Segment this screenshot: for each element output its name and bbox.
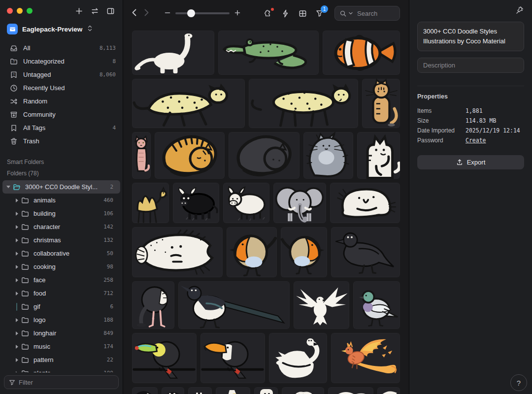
layout-button[interactable] bbox=[297, 7, 308, 19]
disclosure-down-icon[interactable] bbox=[5, 186, 12, 188]
disclosure-right-icon[interactable] bbox=[13, 212, 20, 216]
folder-item-cooking[interactable]: cooking98 bbox=[2, 260, 120, 273]
disclosure-right-icon[interactable] bbox=[13, 292, 20, 296]
library-selector[interactable]: Eaglepack-Preview bbox=[0, 22, 123, 36]
sidebar-item-community[interactable]: Community bbox=[0, 108, 123, 121]
disclosure-right-icon[interactable] bbox=[13, 371, 20, 373]
thumbnail-camel[interactable] bbox=[132, 183, 169, 223]
sidebar-item-random[interactable]: Random bbox=[0, 95, 123, 108]
thumbnail-elephant[interactable] bbox=[273, 183, 326, 223]
actions-zap-button[interactable] bbox=[279, 7, 291, 19]
disclosure-right-icon[interactable] bbox=[13, 238, 20, 242]
thumbnail-phoenix[interactable] bbox=[331, 333, 400, 383]
thumbnail-toucan-orange-beak[interactable] bbox=[200, 333, 265, 383]
add-button[interactable] bbox=[73, 5, 84, 16]
thumbnail-bird-partial-2[interactable] bbox=[162, 387, 184, 394]
folder-title-field[interactable]: 3000+ CC0 Doodle Styles Illustrations by… bbox=[417, 22, 524, 51]
disclosure-right-icon[interactable] bbox=[13, 225, 20, 229]
sort-swap-icon[interactable] bbox=[89, 5, 100, 16]
thumbnail-blobfish[interactable] bbox=[330, 183, 400, 223]
folder-item-gif[interactable]: gif6 bbox=[2, 300, 120, 313]
thumbnail-bird-partial-5[interactable] bbox=[254, 387, 278, 394]
folder-item-animals[interactable]: animals460 bbox=[2, 194, 120, 207]
thumbnail-sphynx-cat[interactable] bbox=[132, 132, 151, 179]
thumbnail-bull-black[interactable] bbox=[173, 183, 219, 223]
thumbnail-tabby-cat-sitting[interactable] bbox=[362, 79, 400, 128]
folder-item-collaborative[interactable]: collaborative50 bbox=[2, 247, 120, 260]
thumbnail-cat-white-waving[interactable] bbox=[357, 132, 400, 179]
zoom-slider-knob[interactable] bbox=[187, 9, 195, 17]
thumbnail-crow[interactable] bbox=[331, 227, 400, 277]
thumbnail-ostrich-head-in-sand[interactable] bbox=[132, 281, 174, 329]
thumbnail-bird-partial-7[interactable] bbox=[328, 387, 373, 394]
plugins-button[interactable] bbox=[262, 7, 274, 19]
fullscreen-button[interactable] bbox=[27, 8, 33, 14]
disclosure-right-icon[interactable] bbox=[13, 318, 20, 322]
back-button[interactable] bbox=[132, 9, 136, 18]
thumbnail-dove-flying[interactable] bbox=[294, 281, 349, 329]
thumbnail-pigeon[interactable] bbox=[353, 281, 400, 329]
search-input[interactable]: Search bbox=[334, 6, 400, 21]
thumbnail-cow-white[interactable] bbox=[223, 183, 269, 223]
description-field[interactable]: Description bbox=[417, 58, 524, 73]
folder-item-plants[interactable]: plants100 bbox=[2, 366, 120, 372]
thumbnail-dinosaur[interactable] bbox=[132, 31, 214, 75]
folder-item-building[interactable]: building106 bbox=[2, 207, 120, 220]
folder-item-character[interactable]: character142 bbox=[2, 220, 120, 233]
folder-item-logo[interactable]: logo188 bbox=[2, 313, 120, 327]
sidebar-item-all-tags[interactable]: All Tags4 bbox=[0, 121, 123, 134]
sidebar-item-trash[interactable]: Trash bbox=[0, 134, 123, 148]
thumbnail-cat-fluffy-gray[interactable] bbox=[303, 132, 353, 179]
folder-item-longhair[interactable]: longhair849 bbox=[2, 327, 120, 340]
sidebar-item-recently-used[interactable]: Recently Used bbox=[0, 81, 123, 95]
thumbnail-bird-partial-1[interactable] bbox=[132, 387, 158, 394]
folder-item-food[interactable]: food712 bbox=[2, 287, 120, 300]
thumbnail-bird-partial-6[interactable] bbox=[282, 387, 324, 394]
thumbnail-bird-partial-8[interactable] bbox=[377, 387, 400, 394]
disclosure-right-icon[interactable] bbox=[13, 198, 20, 202]
zoom-slider[interactable] bbox=[175, 12, 230, 14]
property-value-link[interactable]: Create bbox=[466, 137, 486, 144]
minimize-button[interactable] bbox=[17, 8, 23, 14]
thumbnail-crocodile[interactable] bbox=[218, 31, 319, 75]
thumbnail-magpie[interactable] bbox=[178, 281, 290, 329]
thumbnail-robin-right[interactable] bbox=[281, 227, 327, 277]
thumbnail-clownfish[interactable] bbox=[323, 31, 400, 75]
disclosure-right-icon[interactable] bbox=[13, 265, 20, 269]
thumbnail-bird-partial-4[interactable] bbox=[216, 387, 250, 394]
property-value: 1,881 bbox=[466, 107, 483, 114]
disclosure-right-icon[interactable] bbox=[13, 252, 20, 256]
thumbnail-anglerfish-white[interactable] bbox=[132, 227, 223, 277]
thumbnail-toucan-green-beak[interactable] bbox=[132, 333, 197, 383]
folder-item-pattern[interactable]: pattern22 bbox=[2, 353, 120, 366]
folder-item-face[interactable]: face258 bbox=[2, 273, 120, 287]
sidebar-item-untagged[interactable]: ?Untagged8,060 bbox=[0, 68, 123, 81]
help-button[interactable]: ? bbox=[510, 374, 527, 391]
close-button[interactable] bbox=[7, 8, 13, 14]
thumbnail-cat-curled-orange[interactable] bbox=[155, 132, 225, 179]
folder-item-christmas[interactable]: christmas132 bbox=[2, 233, 120, 247]
export-button[interactable]: Export bbox=[417, 155, 524, 169]
folder-item-3000-cc0-doodle-styl[interactable]: 3000+ CC0 Doodle Styl...2 bbox=[2, 180, 120, 194]
sidebar-item-uncategorized[interactable]: ?Uncategorized8 bbox=[0, 55, 123, 68]
folder-item-music[interactable]: music174 bbox=[2, 340, 120, 353]
thumbnail-cheetah-walking[interactable] bbox=[249, 79, 358, 128]
thumbnail-robin-left[interactable] bbox=[227, 227, 277, 277]
zoom-in-button[interactable] bbox=[234, 10, 240, 17]
forward-button[interactable] bbox=[144, 9, 149, 18]
zoom-out-button[interactable] bbox=[165, 10, 170, 17]
disclosure-right-icon[interactable] bbox=[13, 331, 20, 335]
filter-button[interactable]: 1 bbox=[314, 7, 326, 19]
tree-guide-line bbox=[13, 303, 20, 311]
toggle-sidebar-icon[interactable] bbox=[105, 5, 116, 16]
thumbnail-cheetah-running[interactable] bbox=[132, 79, 245, 128]
thumbnail-cat-curled-gray[interactable] bbox=[229, 132, 299, 179]
disclosure-right-icon[interactable] bbox=[13, 358, 20, 362]
sidebar-item-all[interactable]: All8,113 bbox=[0, 41, 123, 55]
disclosure-right-icon[interactable] bbox=[13, 345, 20, 349]
thumbnail-swan[interactable] bbox=[269, 333, 327, 383]
thumbnail-bird-partial-3[interactable] bbox=[188, 387, 212, 394]
pin-panel-button[interactable] bbox=[516, 6, 524, 16]
folder-filter-input[interactable]: Filter bbox=[4, 375, 119, 389]
disclosure-right-icon[interactable] bbox=[13, 278, 20, 282]
